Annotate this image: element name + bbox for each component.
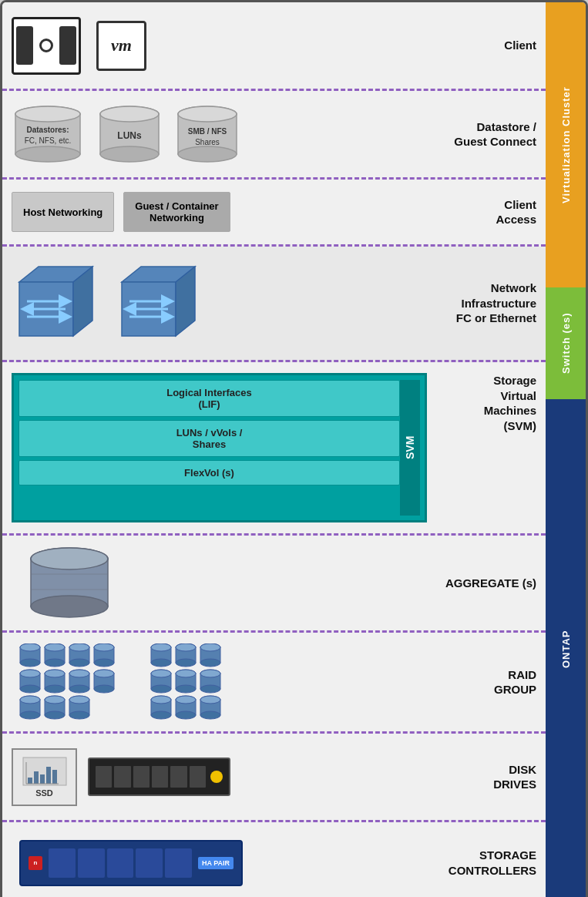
hdd-power-indicator bbox=[210, 771, 223, 783]
svg-rect-46 bbox=[40, 774, 45, 784]
svg-point-9 bbox=[100, 106, 159, 122]
hdd-slots bbox=[96, 766, 206, 788]
cylinder-luns: LUNs bbox=[97, 103, 163, 165]
disk-drives-section: SSD DISK DRIVES bbox=[2, 734, 546, 822]
aggregate-label: AGGREGATE (s) bbox=[436, 576, 536, 591]
switch-section: Network Infrastructure FC or Ethernet bbox=[2, 247, 546, 362]
cylinder-smbnfs: SMB / NFS Shares bbox=[175, 103, 240, 165]
svm-section: Logical Interfaces (LIF) LUNs / vVols / … bbox=[2, 362, 546, 536]
right-labels: Virtualization Cluster Switch (es) ONTAP bbox=[546, 2, 586, 897]
svg-rect-48 bbox=[52, 770, 57, 784]
svm-inner: Logical Interfaces (LIF) LUNs / vVols / … bbox=[18, 380, 400, 516]
vm-icon: vm bbox=[96, 21, 146, 71]
controller-chassis: n HA PAIR bbox=[19, 840, 243, 886]
client-access-section: Host Networking Guest / Container Networ… bbox=[2, 180, 546, 247]
svg-rect-45 bbox=[34, 771, 39, 784]
svg-text:Datastores:: Datastores: bbox=[26, 126, 69, 134]
ctrl-slot bbox=[78, 848, 105, 878]
ctrl-slot bbox=[165, 848, 192, 878]
ha-pair-badge: HA PAIR bbox=[198, 857, 234, 869]
disk-drive-icons: SSD bbox=[12, 748, 436, 806]
svm-side-label: SVM bbox=[400, 380, 420, 516]
svg-point-8 bbox=[100, 146, 159, 162]
ctrl-slot bbox=[107, 848, 134, 878]
hdd-slot bbox=[133, 766, 150, 788]
switch-label-right: Switch (es) bbox=[546, 287, 586, 399]
disk-drives-label: DISK DRIVES bbox=[436, 762, 536, 792]
svg-point-3 bbox=[15, 106, 80, 122]
server-bar-1 bbox=[16, 26, 33, 65]
controller-slots bbox=[49, 848, 192, 878]
svg-text:LUNs: LUNs bbox=[117, 130, 142, 141]
svg-rect-47 bbox=[46, 767, 51, 784]
client-section: vm Client bbox=[2, 2, 546, 91]
aggregate-section: AGGREGATE (s) bbox=[2, 536, 546, 633]
switch-box-2 bbox=[114, 259, 203, 348]
ontap-label: ONTAP bbox=[546, 399, 586, 897]
client-icons: vm bbox=[12, 17, 436, 75]
main-content: vm Client Datastores: FC, NFS, etc. bbox=[2, 2, 546, 897]
ssd-label: SSD bbox=[35, 788, 53, 798]
aggregate-icon bbox=[12, 546, 436, 620]
ctrl-slot bbox=[49, 848, 76, 878]
networking-boxes: Host Networking Guest / Container Networ… bbox=[12, 192, 436, 232]
svg-point-13 bbox=[178, 146, 237, 162]
switch-icons bbox=[12, 259, 436, 348]
switch-box-1 bbox=[12, 259, 100, 348]
netapp-logo: n bbox=[29, 856, 42, 870]
raid-section: RAID GROUP bbox=[2, 633, 546, 734]
client-label: Client bbox=[436, 38, 536, 53]
hdd-slot bbox=[170, 766, 186, 788]
raid-group-2 bbox=[150, 643, 258, 721]
controllers-label: STORAGE CONTROLLERS bbox=[436, 848, 536, 878]
raid-groups bbox=[12, 643, 436, 721]
hdd-slot bbox=[114, 766, 130, 788]
storage-controllers-section: n HA PAIR STORAGE CONTROLLERS bbox=[2, 822, 546, 897]
diagram-wrapper: vm Client Datastores: FC, NFS, etc. bbox=[0, 0, 588, 897]
server-bar-2 bbox=[59, 26, 76, 65]
svm-row-lif: Logical Interfaces (LIF) bbox=[18, 380, 400, 417]
svg-text:Shares: Shares bbox=[195, 138, 220, 146]
svg-point-31 bbox=[31, 596, 108, 617]
datastore-icons: Datastores: FC, NFS, etc. LUNs bbox=[12, 103, 436, 165]
svm-row-flexvol: FlexVol (s) bbox=[18, 460, 400, 485]
ctrl-slot bbox=[136, 848, 163, 878]
switch-label: Network Infrastructure FC or Ethernet bbox=[436, 281, 536, 326]
server-circle bbox=[39, 39, 53, 52]
guest-container-networking-box: Guest / Container Networking bbox=[123, 192, 230, 232]
client-access-label: Client Access bbox=[436, 197, 536, 227]
hdd-slot bbox=[96, 766, 112, 788]
datastore-section: Datastores: FC, NFS, etc. LUNs bbox=[2, 91, 546, 180]
svg-text:SMB / NFS: SMB / NFS bbox=[188, 127, 227, 136]
host-networking-box: Host Networking bbox=[12, 192, 114, 232]
svg-point-2 bbox=[15, 146, 80, 162]
svm-label: Storage Virtual Machines (SVM) bbox=[436, 373, 536, 522]
svg-point-32 bbox=[31, 548, 108, 569]
datastore-label: Datastore / Guest Connect bbox=[436, 119, 536, 150]
svg-rect-44 bbox=[28, 778, 32, 784]
controller-area: n HA PAIR bbox=[12, 840, 436, 886]
svm-row-luns: LUNs / vVols / Shares bbox=[18, 420, 400, 457]
ssd-icon: SSD bbox=[12, 748, 77, 806]
raid-group-1 bbox=[19, 643, 127, 721]
hdd-shelf bbox=[88, 758, 230, 796]
raid-label: RAID GROUP bbox=[436, 667, 536, 697]
svm-container: Logical Interfaces (LIF) LUNs / vVols / … bbox=[12, 373, 427, 522]
virt-cluster-label: Virtualization Cluster bbox=[546, 2, 586, 287]
cylinder-datastores: Datastores: FC, NFS, etc. bbox=[12, 103, 85, 165]
svg-text:FC, NFS, etc.: FC, NFS, etc. bbox=[25, 136, 72, 145]
hdd-slot bbox=[152, 766, 168, 788]
hdd-slot bbox=[190, 766, 206, 788]
server-icon bbox=[12, 17, 81, 75]
svg-point-14 bbox=[178, 106, 237, 122]
